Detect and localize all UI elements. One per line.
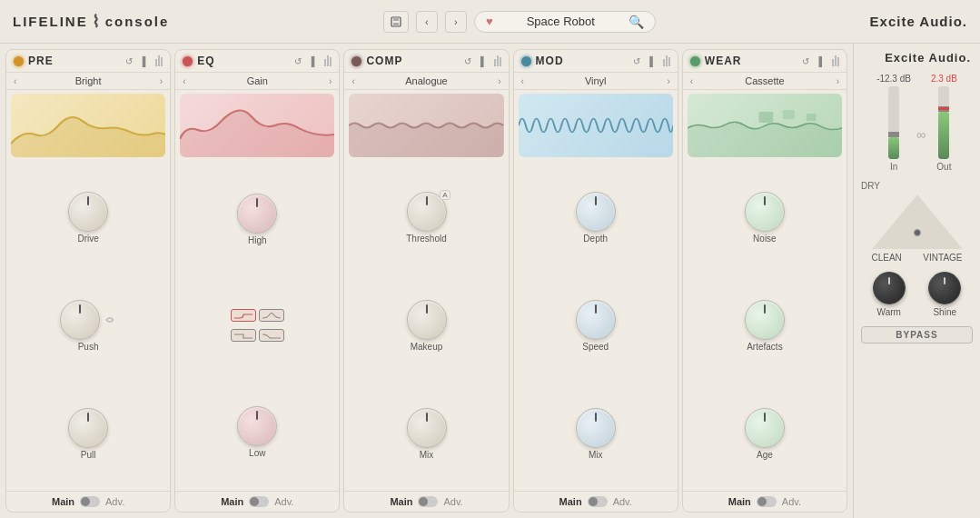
nav-fwd-button[interactable]: › bbox=[445, 11, 467, 33]
strip-eq-settings[interactable]: ▌ bbox=[308, 55, 321, 67]
strip-pre-toggle[interactable] bbox=[80, 496, 100, 507]
strip-comp-settings[interactable]: ▌ bbox=[478, 55, 490, 67]
strip-eq-header: EQ ↺ ▌ bbox=[175, 50, 339, 73]
svg-rect-1 bbox=[393, 17, 399, 21]
bypass-button[interactable]: BYPASS bbox=[861, 326, 973, 344]
strip-comp-led[interactable] bbox=[351, 56, 361, 66]
noise-knob[interactable] bbox=[745, 192, 785, 232]
strip-wear-settings[interactable]: ▌ bbox=[816, 55, 828, 67]
speed-knob[interactable] bbox=[576, 300, 616, 340]
makeup-knob[interactable] bbox=[407, 300, 447, 340]
strip-wear-meter bbox=[832, 55, 839, 66]
strip-eq-toggle[interactable] bbox=[249, 496, 269, 507]
comp-mix-knob[interactable] bbox=[407, 408, 447, 448]
strip-eq-undo[interactable]: ↺ bbox=[292, 55, 304, 67]
strip-wear-preset-next[interactable]: › bbox=[836, 76, 839, 86]
push-link-icon bbox=[104, 314, 116, 326]
comp-mix-label: Mix bbox=[420, 450, 434, 460]
warm-label: Warm bbox=[877, 307, 901, 317]
save-button[interactable] bbox=[383, 11, 409, 33]
strip-wear-preset-label: Cassette bbox=[745, 75, 784, 86]
out-meter-track bbox=[938, 86, 949, 159]
strip-pre-settings[interactable]: ▌ bbox=[139, 55, 152, 67]
strip-mod-settings[interactable]: ▌ bbox=[647, 55, 659, 67]
nav-back-button[interactable]: ‹ bbox=[416, 11, 438, 33]
mod-mix-knob[interactable] bbox=[576, 408, 616, 448]
depth-label: Depth bbox=[583, 234, 608, 244]
eq-filter-lowcut[interactable] bbox=[259, 329, 284, 342]
search-icon[interactable]: 🔍 bbox=[629, 15, 644, 29]
strip-wear-preset: ‹ Cassette › bbox=[683, 73, 846, 90]
low-knob-group: Low bbox=[237, 406, 277, 458]
strip-mod-led[interactable] bbox=[521, 56, 531, 66]
strip-comp: COMP ↺ ▌ ‹ Analogue › bbox=[343, 49, 509, 513]
strip-eq-preset: ‹ Gain › bbox=[175, 73, 339, 90]
eq-filter-peak[interactable] bbox=[259, 309, 284, 322]
push-knob[interactable] bbox=[60, 300, 100, 340]
strip-comp-adv-label: Adv. bbox=[443, 496, 462, 507]
strip-eq-led[interactable] bbox=[183, 56, 193, 66]
meter-link-icon[interactable]: ∞ bbox=[916, 127, 926, 142]
makeup-knob-group: Makeup bbox=[407, 300, 447, 352]
strip-wear-undo[interactable]: ↺ bbox=[799, 55, 812, 67]
low-knob[interactable] bbox=[237, 406, 277, 446]
strip-mod-preset-prev[interactable]: ‹ bbox=[521, 76, 524, 86]
strip-mod-preset-next[interactable]: › bbox=[667, 76, 669, 86]
artefacts-knob[interactable] bbox=[745, 300, 785, 340]
strip-eq-preset-label: Gain bbox=[247, 75, 268, 86]
strip-mod-controls: ↺ ▌ bbox=[630, 55, 670, 67]
strip-comp-preset-next[interactable]: › bbox=[498, 76, 500, 86]
strip-wear-led[interactable] bbox=[690, 56, 700, 66]
drive-knob-group: Drive bbox=[68, 192, 108, 244]
warm-knob[interactable] bbox=[873, 272, 906, 304]
strip-mod-undo[interactable]: ↺ bbox=[630, 55, 643, 67]
mod-mix-label: Mix bbox=[589, 450, 603, 460]
drive-knob[interactable] bbox=[68, 192, 108, 232]
strip-comp-preset-prev[interactable]: ‹ bbox=[351, 76, 354, 86]
strip-comp-toggle[interactable] bbox=[418, 496, 438, 507]
strip-wear-knobs: Noise Artefacts Age bbox=[683, 161, 846, 491]
strip-mod-meter bbox=[663, 55, 670, 66]
strip-mod-adv-label: Adv. bbox=[613, 496, 632, 507]
dry-triangle[interactable] bbox=[872, 194, 963, 249]
eq-filter-row-1 bbox=[231, 309, 284, 322]
strip-pre-knobs: Drive Push Pull bbox=[6, 161, 170, 491]
strip-eq-preset-next[interactable]: › bbox=[329, 76, 332, 86]
age-knob-group: Age bbox=[745, 408, 785, 460]
strip-pre-preset-label: Bright bbox=[75, 75, 102, 86]
preset-bar[interactable]: ♥ Space Robot 🔍 bbox=[474, 11, 656, 33]
strip-eq-preset-prev[interactable]: ‹ bbox=[183, 76, 185, 86]
strip-pre-preset-prev[interactable]: ‹ bbox=[14, 76, 16, 86]
in-meter-fill bbox=[888, 137, 899, 159]
strip-wear-toggle[interactable] bbox=[757, 496, 777, 507]
preset-name: Space Robot bbox=[499, 15, 623, 28]
eq-filter-row-2 bbox=[231, 329, 284, 342]
strip-wear-preset-prev[interactable]: ‹ bbox=[690, 76, 693, 86]
strip-eq-meter bbox=[324, 55, 332, 66]
strip-comp-undo[interactable]: ↺ bbox=[461, 55, 474, 67]
logo-text: LIFELINE bbox=[13, 14, 88, 29]
eq-filter-highshelf[interactable] bbox=[231, 309, 256, 322]
dry-position-dot[interactable] bbox=[914, 229, 921, 236]
strips-area: PRE ↺ ▌ ‹ Bright › bbox=[0, 44, 853, 518]
strip-pre-waveform bbox=[11, 94, 165, 157]
strip-mod-toggle[interactable] bbox=[588, 496, 608, 507]
high-knob[interactable] bbox=[237, 194, 277, 234]
strip-comp-waveform bbox=[349, 94, 503, 157]
strip-pre-preset-next[interactable]: › bbox=[160, 76, 163, 86]
shine-knob[interactable] bbox=[928, 272, 961, 304]
in-meter-handle[interactable] bbox=[888, 132, 899, 137]
strip-eq-knobs: High bbox=[175, 161, 339, 491]
eq-filter-lowshelf[interactable] bbox=[231, 329, 256, 342]
strip-pre-led[interactable] bbox=[14, 56, 24, 66]
strip-eq-title: EQ bbox=[197, 55, 287, 67]
strip-comp-preset: ‹ Analogue › bbox=[344, 73, 508, 90]
strip-pre-undo[interactable]: ↺ bbox=[123, 55, 135, 67]
depth-knob[interactable] bbox=[576, 192, 616, 232]
artefacts-label: Artefacts bbox=[747, 342, 782, 352]
low-label: Low bbox=[249, 448, 265, 458]
makeup-label: Makeup bbox=[411, 342, 443, 352]
strip-wear-adv-label: Adv. bbox=[782, 496, 801, 507]
pull-knob[interactable] bbox=[68, 408, 108, 448]
age-knob[interactable] bbox=[745, 408, 785, 448]
